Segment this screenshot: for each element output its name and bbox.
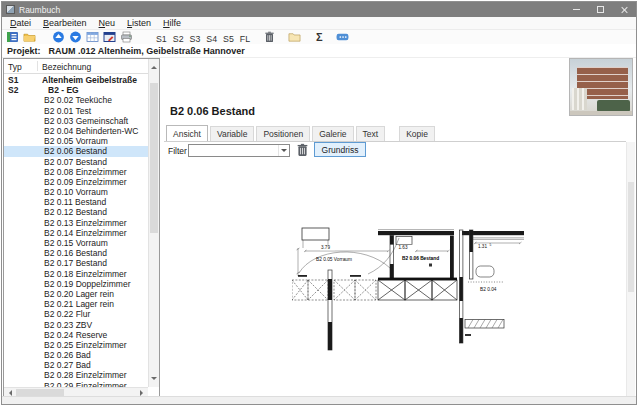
tree-row-label: B2 0.05 Vorraum (44, 136, 108, 146)
photo-colonnade (572, 88, 587, 110)
tree-row[interactable]: B2 0.02 Teeküche (4, 95, 148, 105)
combo-dropdown-button[interactable] (278, 145, 289, 156)
tree-row-label: B2 0.27 Bad (44, 360, 91, 370)
grundriss-button[interactable]: Grundriss (314, 142, 366, 157)
scroll-down-icon[interactable] (151, 377, 157, 383)
tree-row[interactable]: B2 0.20 Lager rein (4, 289, 148, 299)
tree-row[interactable]: B2 0.06 Bestand (4, 146, 148, 156)
column-typ[interactable]: Typ (8, 62, 22, 72)
door-arc-2 (368, 238, 399, 274)
print-icon[interactable] (120, 31, 133, 43)
detail-panel: B2 0.06 Bestand AnsichtVariablePositione… (164, 58, 635, 398)
edit-window-icon[interactable] (103, 31, 116, 43)
tree-row[interactable]: B2 0.01 Test (4, 106, 148, 116)
s-button[interactable]: S2 (170, 34, 187, 44)
tree-row[interactable]: B2 0.12 Bestand (4, 207, 148, 217)
table-icon[interactable] (86, 31, 99, 43)
menu-item[interactable]: Neu (93, 17, 122, 29)
s-button[interactable]: S1 (153, 34, 170, 44)
tab[interactable]: Ansicht (166, 125, 208, 141)
minimize-icon (573, 9, 580, 10)
sum-icon[interactable]: Σ (313, 31, 326, 43)
tree-row[interactable]: B2 0.15 Vorraum (4, 238, 148, 248)
tree-row[interactable]: B2 0.18 Einzelzimmer (4, 269, 148, 279)
tree-row-label: B2 0.02 Teeküche (44, 95, 112, 105)
maximize-button[interactable] (588, 2, 612, 17)
tree-row[interactable]: B2 0.25 Einzelzimmer (4, 340, 148, 350)
tree-row[interactable]: B2 0.09 Einzelzimmer (4, 177, 148, 187)
tab[interactable]: Positionen (256, 126, 310, 141)
tree-row-label: B2 0.07 Bestand (44, 157, 107, 167)
mini-icon[interactable] (336, 31, 349, 43)
column-divider[interactable] (37, 61, 38, 71)
tab[interactable]: Variable (210, 126, 255, 141)
tree-row[interactable]: S1 Altenheim Geibelstraße (4, 75, 148, 85)
tree-row-label: B2 0.19 Doppelzimmer (44, 279, 130, 289)
tree-row[interactable]: B2 0.17 Bestand (4, 258, 148, 268)
minimize-button[interactable] (564, 2, 588, 17)
s-button[interactable]: S4 (203, 34, 220, 44)
tree-row[interactable]: B2 0.13 Einzelzimmer (4, 218, 148, 228)
down-circle-icon[interactable] (69, 31, 82, 43)
tree-row-label: B2 0.11 Bestand (44, 197, 106, 207)
tree-row[interactable]: B2 0.23 ZBV (4, 320, 148, 330)
tree-vertical-scrollbar[interactable] (148, 59, 159, 387)
s-button[interactable]: S5 (220, 34, 237, 44)
tree-row[interactable]: B2 0.27 Bad (4, 360, 148, 370)
tree-row[interactable]: B2 0.10 Vorraum (4, 187, 148, 197)
tree-row[interactable]: B2 0.04 Behinderten-WC (4, 126, 148, 136)
project-bar: Projekt: RAUM .012 Altenheim, Geibelstra… (2, 44, 636, 58)
tree-row[interactable]: B2 0.16 Bestand (4, 248, 148, 258)
up-circle-icon[interactable] (52, 31, 65, 43)
detail-vscroll-thumb[interactable] (628, 182, 634, 292)
tree-row[interactable]: B2 0.22 Flur (4, 309, 148, 319)
hatched-wall-piece (465, 320, 504, 329)
folder-icon[interactable] (288, 31, 301, 43)
clear-filter-button[interactable] (296, 143, 309, 157)
menu-item[interactable]: Datei (4, 17, 37, 29)
tree-row[interactable]: S2 B2 - EG (4, 85, 148, 95)
tree-row-label: B2 0.08 Einzelzimmer (44, 167, 127, 177)
toolbar: S1S2S3S4S5FL Σ (2, 30, 636, 44)
tree-row[interactable]: B2 0.19 Doppelzimmer (4, 279, 148, 289)
tree-row[interactable]: B2 0.14 Einzelzimmer (4, 228, 148, 238)
column-bezeichnung[interactable]: Bezeichnung (42, 62, 91, 72)
open-folder-icon[interactable] (23, 31, 36, 43)
filter-input[interactable] (190, 146, 276, 155)
close-button[interactable] (612, 2, 636, 17)
maximize-icon (597, 6, 604, 13)
tab[interactable]: Text (356, 126, 386, 141)
tree-row[interactable]: B2 0.24 Reserve (4, 330, 148, 340)
tree-row[interactable]: B2 0.11 Bestand (4, 197, 148, 207)
tab[interactable]: Kopie (399, 126, 435, 141)
tree-vscroll-thumb[interactable] (150, 83, 158, 233)
tree-row-label: B2 0.25 Einzelzimmer (44, 340, 127, 350)
tree-row[interactable]: B2 0.08 Einzelzimmer (4, 167, 148, 177)
menu-item[interactable]: Listen (121, 17, 157, 29)
scroll-up-icon[interactable] (151, 63, 157, 69)
detail-vertical-scrollbar[interactable] (626, 142, 635, 398)
tab[interactable]: Galerie (312, 126, 353, 141)
hatch-band-solid (378, 280, 457, 300)
tree-row-label: B2 0.28 Einzelzimmer (44, 370, 127, 380)
tree-row[interactable]: B2 0.26 Bad (4, 350, 148, 360)
window-title: Raumbuch (19, 5, 60, 15)
s-button[interactable]: S3 (187, 34, 204, 44)
tree-row[interactable]: B2 0.07 Bestand (4, 157, 148, 167)
s-button[interactable]: FL (237, 34, 253, 44)
chevron-down-icon (281, 149, 287, 155)
menu-item[interactable]: Bearbeiten (37, 17, 93, 29)
database-icon[interactable] (6, 31, 19, 43)
building-photo (569, 58, 633, 116)
tree-row-label: B2 0.18 Einzelzimmer (44, 269, 127, 279)
filter-combobox[interactable] (188, 144, 290, 157)
tree-row[interactable]: B2 0.05 Vorraum (4, 136, 148, 146)
window-controls (564, 2, 636, 17)
tree-row[interactable]: B2 0.21 Lager rein (4, 299, 148, 309)
tab-bar: AnsichtVariablePositionenGalerieTextKopi… (164, 127, 626, 142)
tree-row[interactable]: B2 0.28 Einzelzimmer (4, 370, 148, 380)
tree-rows: S1 Altenheim Geibelstraße S2 B2 - EG B2 … (4, 75, 148, 387)
tree-hscroll-thumb[interactable] (16, 389, 64, 396)
delete-icon[interactable] (263, 31, 276, 43)
tree-row[interactable]: B2 0.03 Gemeinschaft (4, 116, 148, 126)
